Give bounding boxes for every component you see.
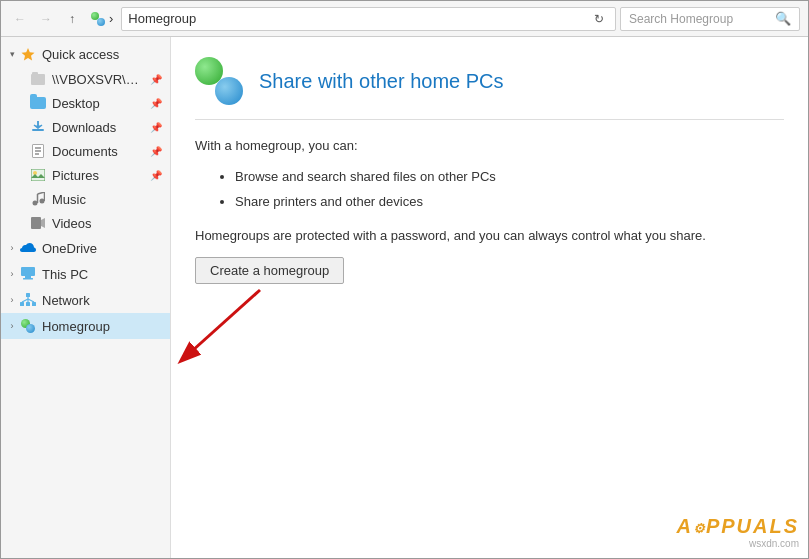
bullet-list: Browse and search shared files on other …	[235, 167, 784, 213]
homegroup-title: Share with other home PCs	[259, 70, 504, 93]
vboxsvr-pin-icon: 📌	[150, 74, 162, 85]
sidebar-section-thispc[interactable]: › This PC	[1, 261, 170, 287]
svg-line-22	[22, 299, 28, 302]
thispc-expand-icon: ›	[5, 267, 19, 281]
sidebar-item-desktop[interactable]: Desktop 📌	[1, 91, 170, 115]
sidebar-item-documents[interactable]: Documents 📌	[1, 139, 170, 163]
onedrive-label: OneDrive	[42, 241, 166, 256]
pictures-icon	[29, 166, 47, 184]
onedrive-expand-icon: ›	[5, 241, 19, 255]
sidebar-item-music[interactable]: Music	[1, 187, 170, 211]
quick-access-star-icon	[19, 45, 37, 63]
refresh-button[interactable]: ↻	[589, 9, 609, 29]
downloads-icon	[29, 118, 47, 136]
svg-marker-0	[22, 48, 35, 60]
main-panel: Share with other home PCs With a homegro…	[171, 37, 808, 558]
protected-text: Homegroups are protected with a password…	[195, 226, 784, 247]
videos-label: Videos	[52, 216, 162, 231]
desktop-pin-icon: 📌	[150, 98, 162, 109]
sidebar-item-vboxsvr[interactable]: \\VBOXSVR\Shar... 📌	[1, 67, 170, 91]
svg-line-11	[37, 192, 44, 194]
search-box[interactable]: Search Homegroup 🔍	[620, 7, 800, 31]
pictures-pin-icon: 📌	[150, 170, 162, 181]
svg-rect-20	[32, 302, 36, 306]
svg-rect-15	[25, 276, 31, 278]
music-label: Music	[52, 192, 162, 207]
watermark: A⚙PPUALS wsxdn.com	[676, 515, 799, 549]
svg-rect-16	[23, 278, 33, 280]
search-icon[interactable]: 🔍	[775, 11, 791, 26]
desktop-label: Desktop	[52, 96, 146, 111]
svg-rect-1	[32, 129, 44, 131]
up-button[interactable]: ↑	[61, 8, 83, 30]
svg-rect-18	[20, 302, 24, 306]
network-icon	[19, 291, 37, 309]
music-icon	[29, 190, 47, 208]
onedrive-icon	[19, 239, 37, 257]
svg-rect-14	[21, 267, 35, 276]
desktop-folder-icon	[29, 94, 47, 112]
intro-text: With a homegroup, you can:	[195, 136, 784, 157]
back-button[interactable]: ←	[9, 8, 31, 30]
sidebar-section-homegroup[interactable]: › Homegroup	[1, 313, 170, 339]
address-bar[interactable]: Homegroup ↻	[121, 7, 616, 31]
sidebar-item-videos[interactable]: Videos	[1, 211, 170, 235]
address-text: Homegroup	[128, 11, 585, 26]
svg-rect-12	[31, 217, 41, 229]
svg-marker-13	[41, 218, 45, 228]
bullet-item-2: Share printers and other devices	[235, 192, 784, 213]
quick-access-label: Quick access	[42, 47, 166, 62]
network-label: Network	[42, 293, 166, 308]
quick-access-expand-icon: ▾	[5, 47, 19, 61]
documents-pin-icon: 📌	[150, 146, 162, 157]
svg-line-23	[28, 299, 34, 302]
sidebar-section-network[interactable]: › Network	[1, 287, 170, 313]
homegroup-header: Share with other home PCs	[195, 57, 784, 120]
homegroup-expand-icon: ›	[5, 319, 19, 333]
sidebar: ▾ Quick access \\VBOXSVR\Shar... 📌	[1, 37, 171, 558]
main-body: With a homegroup, you can: Browse and se…	[195, 136, 784, 284]
videos-icon	[29, 214, 47, 232]
thispc-icon	[19, 265, 37, 283]
network-expand-icon: ›	[5, 293, 19, 307]
vboxsvr-icon	[29, 70, 47, 88]
bullet-item-1: Browse and search shared files on other …	[235, 167, 784, 188]
sidebar-section-onedrive[interactable]: › OneDrive	[1, 235, 170, 261]
toolbar: ← → ↑ › Homegroup ↻ Search Homegroup 🔍	[1, 1, 808, 37]
documents-icon	[29, 142, 47, 160]
homegroup-label: Homegroup	[42, 319, 166, 334]
sidebar-item-downloads[interactable]: Downloads 📌	[1, 115, 170, 139]
documents-label: Documents	[52, 144, 146, 159]
downloads-pin-icon: 📌	[150, 122, 162, 133]
create-homegroup-button[interactable]: Create a homegroup	[195, 257, 344, 284]
content-area: ▾ Quick access \\VBOXSVR\Shar... 📌	[1, 37, 808, 558]
pictures-label: Pictures	[52, 168, 146, 183]
sidebar-item-pictures[interactable]: Pictures 📌	[1, 163, 170, 187]
sidebar-section-quick-access[interactable]: ▾ Quick access	[1, 41, 170, 67]
svg-rect-5	[31, 169, 45, 181]
svg-rect-19	[26, 302, 30, 306]
search-placeholder: Search Homegroup	[629, 12, 733, 26]
svg-rect-17	[26, 293, 30, 297]
forward-button[interactable]: →	[35, 8, 57, 30]
homegroup-balls-icon	[195, 57, 243, 105]
downloads-label: Downloads	[52, 120, 146, 135]
homegroup-icon	[19, 317, 37, 335]
vboxsvr-label: \\VBOXSVR\Shar...	[52, 72, 146, 87]
thispc-label: This PC	[42, 267, 166, 282]
